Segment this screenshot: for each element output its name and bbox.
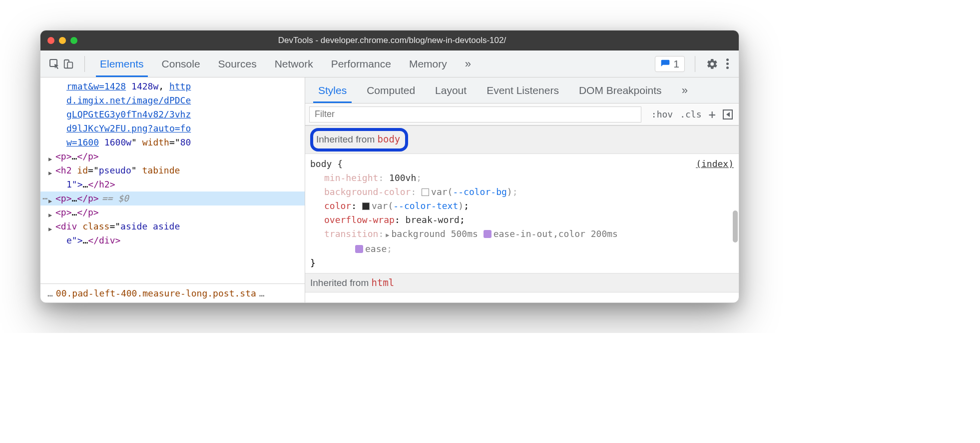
dom-text-line[interactable]: d.imgix.net/image/dPDCe (40, 94, 305, 108)
breadcrumb-more[interactable]: … (44, 286, 56, 300)
easing-icon[interactable] (484, 230, 491, 238)
css-prop-transition-cont[interactable]: ease; (310, 242, 734, 256)
rule-source-link[interactable]: (index) (696, 157, 734, 171)
dom-text-line[interactable]: rmat&w=1428 1428w, http (40, 80, 305, 94)
window-controls (47, 37, 77, 44)
styles-filter-bar: :hov .cls + (305, 104, 739, 126)
dom-text-line[interactable]: d9lJKcYw2FU.png?auto=fo (40, 122, 305, 136)
color-swatch-icon[interactable] (362, 202, 370, 210)
styles-panel: Styles Computed Layout Event Listeners D… (305, 78, 739, 302)
tab-sources[interactable]: Sources (209, 50, 266, 77)
styles-body: Inherited from body (index) body { min-h… (305, 126, 739, 302)
css-prop-color[interactable]: color: var(--color-text); (310, 199, 734, 213)
css-prop-min-height[interactable]: min-height: 100vh; (310, 171, 734, 185)
separator (84, 56, 85, 72)
highlighted-section: Inherited from body (310, 128, 408, 152)
settings-icon[interactable] (705, 57, 719, 71)
tab-elements[interactable]: Elements (91, 50, 153, 77)
dom-text-line[interactable]: w=1600 1600w" width="80 (40, 136, 305, 150)
close-window-button[interactable] (47, 37, 54, 44)
tab-network[interactable]: Network (266, 50, 322, 77)
styles-tabs: Styles Computed Layout Event Listeners D… (305, 78, 739, 104)
more-options-icon[interactable] (723, 58, 732, 69)
main-content: rmat&w=1428 1428w, http d.imgix.net/imag… (40, 78, 739, 302)
expand-icon[interactable]: ▶ (384, 232, 391, 238)
tab-performance[interactable]: Performance (322, 50, 400, 77)
dom-tree[interactable]: rmat&w=1428 1428w, http d.imgix.net/imag… (40, 78, 305, 284)
inspect-element-icon[interactable] (47, 57, 61, 71)
cls-toggle[interactable]: .cls (680, 109, 701, 120)
tab-console[interactable]: Console (153, 50, 209, 77)
device-toolbar-icon[interactable] (61, 57, 75, 71)
breadcrumb[interactable]: … 00.pad-left-400.measure-long.post.sta … (40, 284, 305, 302)
css-rule-body[interactable]: (index) body { min-height: 100vh; backgr… (305, 154, 739, 273)
tab-computed[interactable]: Computed (358, 78, 424, 103)
dom-node-h2[interactable]: ▶<h2 id="pseudo" tabinde (40, 164, 305, 178)
tab-styles[interactable]: Styles (309, 78, 356, 103)
dom-node-h2-cont[interactable]: 1">…</h2> (40, 178, 305, 192)
color-swatch-icon[interactable] (422, 188, 429, 196)
dom-node-selected[interactable]: ⋯▶<p>…</p>== $0 (40, 192, 305, 206)
tab-event-listeners[interactable]: Event Listeners (478, 78, 568, 103)
new-style-rule-icon[interactable]: + (709, 108, 716, 122)
svg-rect-2 (67, 62, 72, 68)
main-tabs: Elements Console Sources Network Perform… (91, 50, 477, 77)
tab-dom-breakpoints[interactable]: DOM Breakpoints (570, 78, 671, 103)
rule-selector[interactable]: body { (310, 157, 734, 171)
easing-icon[interactable] (355, 245, 363, 253)
hover-toggle[interactable]: :hov (651, 109, 673, 120)
more-tabs-button[interactable]: » (456, 50, 477, 77)
minimize-window-button[interactable] (59, 37, 66, 44)
rule-close: } (310, 256, 734, 270)
issues-badge[interactable]: 1 (655, 56, 685, 72)
titlebar: DevTools - developer.chrome.com/blog/new… (40, 30, 739, 50)
tab-memory[interactable]: Memory (400, 50, 456, 77)
more-styles-tabs[interactable]: » (673, 78, 694, 103)
css-prop-overflow-wrap[interactable]: overflow-wrap: break-word; (310, 213, 734, 227)
dom-node-p[interactable]: ▶<p>…</p> (40, 150, 305, 164)
issues-count: 1 (673, 58, 679, 70)
main-toolbar: Elements Console Sources Network Perform… (40, 50, 739, 78)
dom-node-div-cont[interactable]: e">…</div> (40, 234, 305, 248)
toggle-rendering-icon[interactable] (723, 110, 733, 120)
dom-node-div[interactable]: ▶<div class="aside aside (40, 220, 305, 234)
maximize-window-button[interactable] (70, 37, 77, 44)
breadcrumb-path[interactable]: 00.pad-left-400.measure-long.post.sta (56, 286, 256, 300)
css-prop-transition[interactable]: transition:▶background 500ms ease-in-out… (310, 227, 734, 242)
dom-node-p[interactable]: ▶<p>…</p> (40, 206, 305, 220)
inherited-from-html-header[interactable]: Inherited from html (305, 273, 739, 292)
css-prop-background-color[interactable]: background-color: var(--color-bg); (310, 185, 734, 199)
dom-text-line[interactable]: gLQPGtEG3y0fTn4v82/3vhz (40, 108, 305, 122)
devtools-window: DevTools - developer.chrome.com/blog/new… (40, 30, 739, 303)
elements-panel: rmat&w=1428 1428w, http d.imgix.net/imag… (40, 78, 305, 302)
inherited-from-body-header[interactable]: Inherited from body (305, 126, 739, 154)
window-title: DevTools - developer.chrome.com/blog/new… (77, 36, 707, 46)
breadcrumb-more[interactable]: … (256, 286, 268, 300)
tab-layout[interactable]: Layout (426, 78, 476, 103)
styles-filter-input[interactable] (309, 106, 641, 122)
separator (695, 56, 695, 72)
